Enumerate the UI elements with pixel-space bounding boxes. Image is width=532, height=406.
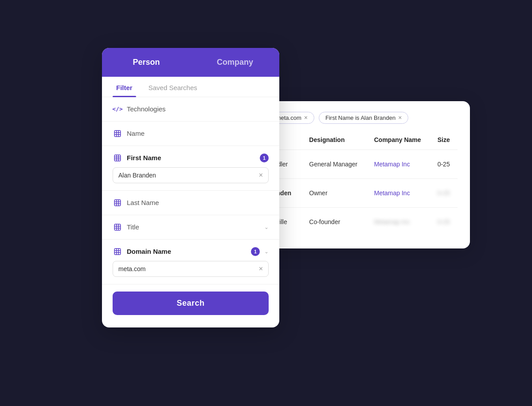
filter-tag-domain-close[interactable]: ×: [304, 114, 308, 121]
company-link[interactable]: Metamap Inc: [374, 161, 410, 168]
section-technologies-header[interactable]: </> Technologies: [113, 104, 269, 114]
filter-panel: Person Company Filter Saved Searches </>…: [102, 48, 279, 327]
section-title: Title ⌄: [102, 215, 279, 240]
tab-company[interactable]: Company: [191, 48, 279, 77]
first-name-chip[interactable]: Alan Branden ×: [113, 167, 269, 183]
col-company: Company Name: [369, 133, 432, 150]
panel-body: </> Technologies Name: [102, 97, 279, 327]
size-blurred: 0-25: [438, 218, 450, 225]
section-name: Name: [102, 122, 279, 146]
panel-header: Person Company: [102, 48, 279, 77]
subtab-saved-searches[interactable]: Saved Searches: [145, 77, 201, 97]
cell-company[interactable]: Metamap Inc: [369, 178, 432, 207]
svg-rect-0: [114, 130, 121, 137]
building-icon-firstname: [113, 153, 122, 163]
company-link[interactable]: Metamap Inc: [374, 189, 410, 197]
sub-tabs: Filter Saved Searches: [102, 77, 279, 97]
subtab-filter[interactable]: Filter: [113, 77, 136, 97]
section-first-name-header[interactable]: First Name 1: [113, 153, 269, 163]
svg-rect-10: [114, 200, 121, 206]
section-technologies: </> Technologies: [102, 97, 279, 122]
section-domain-name: Domain Name 1 ⌄ meta.com ×: [102, 240, 279, 284]
cell-designation: Owner: [304, 178, 368, 207]
cell-designation: General Manager: [304, 150, 368, 178]
filter-tag-firstname-label: First Name is Alan Branden: [325, 114, 395, 121]
svg-rect-5: [114, 155, 121, 161]
first-name-chip-close[interactable]: ×: [259, 171, 263, 179]
section-name-label: Name: [127, 130, 269, 137]
first-name-badge: 1: [260, 154, 269, 162]
building-icon-name: [113, 129, 122, 138]
cell-designation: Co-founder: [304, 207, 368, 236]
col-size: Size: [432, 133, 458, 150]
domain-name-chip[interactable]: meta.com ×: [113, 261, 269, 277]
search-button[interactable]: Search: [113, 292, 269, 315]
title-chevron-icon: ⌄: [264, 224, 269, 230]
size-blurred: 0-25: [438, 189, 450, 197]
domain-name-input-row: meta.com ×: [113, 261, 269, 277]
cell-company[interactable]: Metamap Inc: [369, 150, 432, 178]
code-icon: </>: [113, 104, 122, 114]
cell-size: 0-25: [432, 150, 458, 178]
svg-rect-15: [114, 224, 121, 230]
building-icon-domain: [113, 247, 122, 256]
section-last-name-label: Last Name: [127, 199, 269, 206]
domain-name-chip-close[interactable]: ×: [259, 265, 263, 273]
col-designation: Designation: [304, 133, 368, 150]
domain-name-badge: 1: [251, 247, 260, 256]
section-first-name: First Name 1 Alan Branden ×: [102, 146, 279, 191]
domain-chevron-icon: ⌄: [264, 248, 269, 255]
company-name-blurred: Metamap Inc: [374, 218, 410, 225]
cell-company[interactable]: Metamap Inc: [369, 207, 432, 236]
section-technologies-label: Technologies: [127, 105, 269, 113]
cell-size: 0-25: [432, 178, 458, 207]
building-icon-title: [113, 222, 122, 232]
section-title-header[interactable]: Title ⌄: [113, 222, 269, 232]
section-domain-name-header[interactable]: Domain Name 1 ⌄: [113, 247, 269, 256]
first-name-input-row: Alan Branden ×: [113, 167, 269, 183]
filter-tag-firstname-close[interactable]: ×: [398, 114, 402, 121]
domain-name-chip-value: meta.com: [118, 265, 145, 272]
section-last-name-header[interactable]: Last Name: [113, 198, 269, 208]
building-icon-lastname: [113, 198, 122, 208]
section-first-name-label: First Name: [127, 154, 255, 162]
section-name-header[interactable]: Name: [113, 129, 269, 138]
svg-rect-20: [114, 248, 121, 255]
cell-size: 0-25: [432, 207, 458, 236]
filter-tag-firstname[interactable]: First Name is Alan Branden ×: [319, 112, 408, 124]
section-domain-name-label: Domain Name: [127, 248, 246, 255]
first-name-chip-value: Alan Branden: [118, 172, 156, 179]
tab-person[interactable]: Person: [102, 48, 191, 77]
section-title-label: Title: [127, 223, 260, 231]
section-last-name: Last Name: [102, 191, 279, 215]
